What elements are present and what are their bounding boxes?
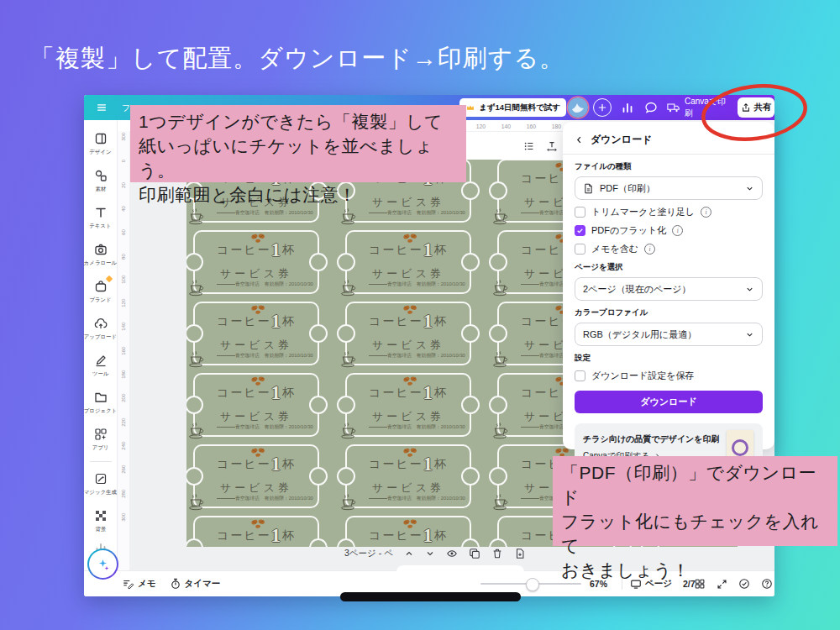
notes-button[interactable]: メモ [123,578,156,590]
annotation-bottom: 「PDF（印刷）」でダウンロードフラット化にもチェックを入れておきましょう！ [553,456,837,546]
sidebar-item[interactable]: アプリ [84,421,118,458]
sidebar-item-icon [94,391,108,404]
coupon-ticket[interactable]: コーヒー1杯 サービス券 青空珈琲店 有効期限：2010/10/30 [186,228,339,299]
checkbox[interactable] [575,207,585,218]
color-profile-select[interactable]: RGB（デジタル用に最適） [575,323,763,346]
download-options: トリムマークと塗り足し i PDFのフラット化 i メモを含む i [575,206,763,255]
sidebar-item-icon [94,132,108,145]
list-format-icon[interactable] [523,140,535,152]
checkbox[interactable] [575,244,585,255]
coffee-cup-icon [491,350,517,369]
coffee-cup-icon [187,493,213,512]
comments-button[interactable] [642,98,660,117]
coffee-cup-icon [187,422,213,440]
duplicate-page-button[interactable] [469,548,480,559]
coffee-cup-icon [491,422,517,440]
coupon-ticket[interactable]: コーヒー1杯 サービス券 青空珈琲店 有効期限：2010/10/30 [339,513,491,547]
zoom-slider-handle[interactable] [526,578,539,591]
chat-bubble-icon [644,101,658,114]
zoom-slider[interactable] [480,583,581,585]
ai-assistant-button[interactable] [87,549,118,580]
ticket-frame: コーヒー1杯 サービス券 青空珈琲店 有効期限：2010/10/30 [193,516,319,547]
insights-button[interactable] [618,98,637,117]
coupon-ticket[interactable]: コーヒー1杯 サービス券 青空珈琲店 有効期限：2010/10/30 [339,442,491,513]
file-icon [583,183,594,194]
sidebar-item-icon [94,206,108,219]
coupon-ticket[interactable]: コーヒー1杯 サービス券 青空珈琲店 有効期限：2010/10/30 [186,513,339,547]
coffee-cup-icon [339,279,365,297]
chevron-down-icon [745,330,754,339]
sidebar-item[interactable]: デザイン [84,125,118,162]
coffee-cup-icon [339,493,365,512]
color-profile-label: カラープロファイル [575,307,763,318]
sidebar-item-icon [94,243,108,256]
coffee-cup-icon [187,279,213,297]
hide-page-button[interactable] [446,548,458,559]
sidebar-item[interactable]: ツール [84,347,118,384]
info-icon: i [644,244,655,255]
sidebar-item-icon [94,472,108,486]
pages-select[interactable]: 2ページ（現在のページ） [575,277,763,301]
coupon-ticket[interactable]: コーヒー1杯 サービス券 青空珈琲店 有効期限：2010/10/30 [339,228,491,299]
coffee-cup-icon [187,350,213,369]
move-page-down-button[interactable] [425,549,435,559]
checkbox[interactable] [575,370,585,381]
download-button[interactable]: ダウンロード [575,391,763,413]
coffee-cup-icon [187,207,213,226]
sidebar-item[interactable]: マジック生成 [84,465,118,502]
move-page-up-button[interactable] [404,549,414,559]
sidebar: デザイン 素材 テキスト [84,120,118,571]
sidebar-item[interactable]: テキスト [84,199,118,236]
coupon-ticket[interactable]: コーヒー1杯 サービス券 青空珈琲店 有効期限：2010/10/30 [186,299,339,370]
file-type-select[interactable]: PDF（印刷） [575,176,763,200]
sidebar-item[interactable]: 背景 [84,502,118,539]
sidebar-divider [90,461,112,462]
sidebar-item[interactable]: アップロード [84,310,118,347]
ticket-frame: コーヒー1杯 サービス券 青空珈琲店 有効期限：2010/10/30 [345,516,471,547]
sidebar-extra-group: マジック生成 背景 [84,465,118,539]
file-menu-label[interactable]: フ [122,102,130,114]
bar-chart-icon [621,101,634,114]
checkbox[interactable] [575,225,585,236]
hamburger-icon [96,102,108,113]
back-icon[interactable] [575,135,584,144]
menu-button[interactable] [92,99,111,116]
plus-icon [597,102,607,113]
sidebar-item[interactable]: カメラロール [84,236,118,273]
sidebar-item[interactable]: ブランド [84,273,118,310]
ticket-frame: コーヒー1杯 サービス券 青空珈琲店 有効期限：2010/10/30 [193,444,319,508]
save-settings-option[interactable]: ダウンロード設定を保存 [575,370,763,382]
pages-label: ページを選択 [575,262,763,273]
page-thumbnail-bar[interactable] [396,565,524,571]
timer-button[interactable]: タイマー [170,578,221,590]
page-title: 「複製」して配置。ダウンロード→印刷する。 [30,42,564,76]
avatar[interactable] [568,97,588,118]
download-option[interactable]: メモを含む i [575,243,763,255]
sidebar-item[interactable]: プロジェクト [84,384,118,421]
sidebar-item-icon [94,428,108,441]
download-option[interactable]: PDFのフラット化 i [575,224,763,237]
ticket-frame: コーヒー1杯 サービス券 青空珈琲店 有効期限：2010/10/30 [193,302,319,365]
ticket-frame: コーヒー1杯 サービス券 青空珈琲店 有効期限：2010/10/30 [345,302,471,365]
coupon-ticket[interactable]: コーヒー1杯 サービス券 青空珈琲店 有効期限：2010/10/30 [186,370,339,442]
coupon-ticket[interactable]: コーヒー1杯 サービス券 青空珈琲店 有効期限：2010/10/30 [339,299,491,370]
delete-page-button[interactable] [491,548,503,559]
coffee-cup-icon [491,493,517,512]
download-option[interactable]: トリムマークと塗り足し i [575,206,763,218]
letter-spacing-icon[interactable] [546,140,558,152]
file-type-label: ファイルの種類 [575,161,763,172]
tutorial-slide: 「複製」して配置。ダウンロード→印刷する。 フ まず14日間無料で試す Canv… [0,0,840,630]
coupon-ticket[interactable]: コーヒー1杯 サービス券 青空珈琲店 有効期限：2010/10/30 [339,370,491,442]
coffee-cup-icon [339,422,365,440]
coupon-ticket[interactable]: コーヒー1杯 サービス券 青空珈琲店 有効期限：2010/10/30 [186,442,339,513]
trial-button[interactable]: まず14日間無料で試す [459,98,566,117]
page-label: 3ページ - ペ [344,548,393,559]
panel-divider [563,154,774,155]
add-member-button[interactable] [593,98,612,117]
add-page-button[interactable] [514,548,526,559]
annotation-top: 1つデザインができたら「複製」して紙いっぱいにチケットを並べましょう。印刷範囲と… [130,105,466,182]
sidebar-item[interactable]: 素材 [84,162,118,199]
sidebar-item-icon [94,509,108,522]
sidebar-main-group: デザイン 素材 テキスト [84,125,118,458]
red-circle-annotation [696,79,816,150]
